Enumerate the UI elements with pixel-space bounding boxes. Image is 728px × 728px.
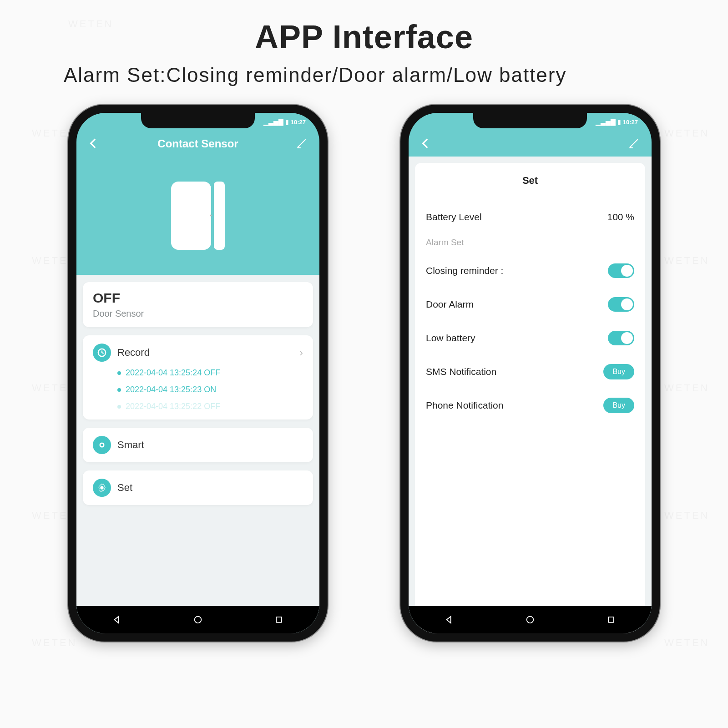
svg-point-4 (195, 617, 202, 623)
battery-label: Battery Level (426, 212, 482, 222)
low-battery-toggle[interactable] (608, 331, 634, 345)
signal-icon: ▁▃▅▇ (263, 118, 283, 126)
topbar: Contact Sensor (76, 131, 319, 157)
android-navbar (76, 606, 319, 633)
door-alarm-row: Door Alarm (426, 288, 634, 321)
battery-value: 100 % (607, 212, 634, 222)
sensor-state-value: OFF (93, 290, 303, 306)
closing-reminder-row: Closing reminder : (426, 254, 634, 288)
sensor-hero: ▸ (76, 157, 319, 275)
phone-notch (141, 113, 255, 128)
record-item: 2022-04-04 13:25:22 OFF (117, 402, 303, 411)
record-item: 2022-04-04 13:25:23 ON (117, 385, 303, 394)
screen-title: Contact Sensor (157, 137, 238, 150)
sms-buy-button[interactable]: Buy (603, 364, 634, 379)
low-battery-row: Low battery (426, 321, 634, 355)
record-item: 2022-04-04 13:25:24 OFF (117, 368, 303, 378)
edit-button[interactable] (296, 137, 308, 150)
svg-point-7 (527, 617, 534, 623)
set-card[interactable]: Set (83, 470, 313, 505)
nav-home-button[interactable] (523, 613, 537, 627)
sensor-body-icon: ▸ (171, 182, 211, 250)
svg-point-2 (101, 444, 103, 446)
phone-mock-right: ▁▃▅▇ ▮ 10:27 Set Batter (400, 105, 660, 642)
svg-marker-6 (447, 617, 451, 623)
closing-reminder-label: Closing reminder : (426, 265, 503, 276)
clock-icon (93, 344, 111, 362)
status-time: 10:27 (623, 119, 638, 126)
door-alarm-label: Door Alarm (426, 299, 474, 310)
phone-buy-button[interactable]: Buy (603, 398, 634, 413)
back-button[interactable] (87, 137, 99, 149)
phone-mock-left: ▁▃▅▇ ▮ 10:27 Contact Sensor (68, 105, 328, 642)
smart-icon (93, 436, 111, 454)
back-button[interactable] (420, 137, 431, 149)
edit-button[interactable] (628, 137, 641, 150)
gear-icon (93, 479, 111, 497)
nav-recents-button[interactable] (604, 613, 618, 627)
panel-title: Set (426, 175, 634, 187)
battery-icon: ▮ (617, 118, 621, 126)
sms-notification-label: SMS Notification (426, 366, 496, 377)
section-heading: Alarm Set (426, 234, 634, 254)
nav-home-button[interactable] (191, 613, 205, 627)
status-card: OFF Door Sensor (83, 282, 313, 327)
phone-notch (473, 113, 587, 128)
phone-notification-row: Phone Notification Buy (426, 389, 634, 422)
settings-panel: Set Battery Level 100 % Alarm Set Closin… (415, 163, 645, 633)
sensor-strip-icon (214, 182, 225, 250)
sensor-state-label: Door Sensor (93, 308, 303, 319)
page-subtitle: Alarm Set:Closing reminder/Door alarm/Lo… (0, 56, 728, 86)
battery-row: Battery Level 100 % (426, 200, 634, 234)
nav-back-button[interactable] (442, 613, 456, 627)
record-label: Record (117, 347, 150, 359)
low-battery-label: Low battery (426, 333, 475, 344)
nav-back-button[interactable] (110, 613, 124, 627)
nav-recents-button[interactable] (272, 613, 286, 627)
smart-label: Smart (117, 439, 144, 451)
svg-marker-3 (115, 617, 119, 623)
android-navbar (409, 606, 652, 633)
chevron-right-icon: › (299, 346, 303, 359)
svg-rect-5 (276, 617, 282, 622)
battery-icon: ▮ (285, 118, 289, 126)
door-alarm-toggle[interactable] (608, 297, 634, 312)
smart-card[interactable]: Smart (83, 428, 313, 462)
closing-reminder-toggle[interactable] (608, 263, 634, 278)
phone-notification-label: Phone Notification (426, 400, 503, 411)
signal-icon: ▁▃▅▇ (596, 118, 616, 126)
record-card[interactable]: Record › 2022-04-04 13:25:24 OFF 2022-04… (83, 335, 313, 420)
sensor-graphic: ▸ (171, 182, 225, 250)
set-label: Set (117, 482, 132, 494)
page-title: APP Interface (0, 0, 728, 56)
status-time: 10:27 (291, 119, 306, 126)
svg-rect-8 (608, 617, 614, 622)
topbar (409, 131, 652, 157)
sms-notification-row: SMS Notification Buy (426, 355, 634, 389)
